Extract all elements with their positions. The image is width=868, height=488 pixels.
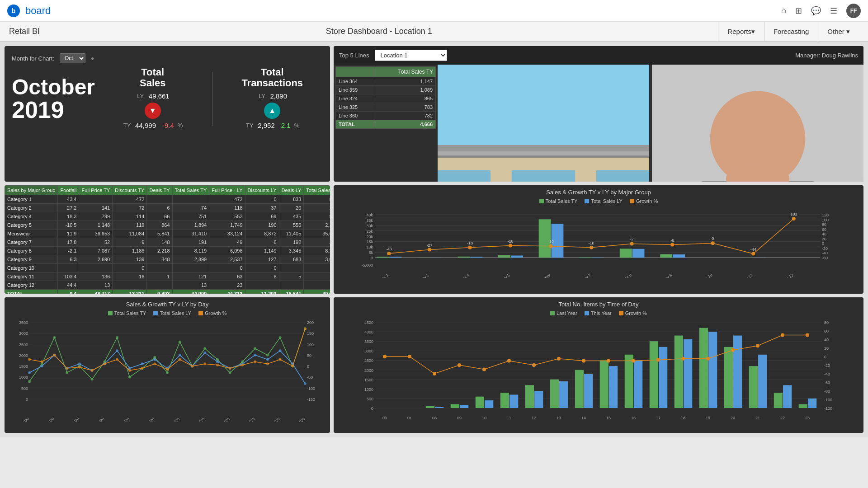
svg-text:16: 16	[631, 416, 636, 420]
reports-link[interactable]: Reports ▾	[718, 22, 764, 42]
svg-text:120: 120	[822, 213, 829, 217]
svg-point-140	[229, 371, 231, 374]
table-cell	[172, 195, 209, 204]
building-image	[438, 65, 649, 182]
table-cell: 2,537	[209, 255, 245, 264]
svg-text:15: 15	[606, 416, 611, 420]
table-cell: -2.1	[58, 247, 79, 255]
col-header: Footfall	[58, 186, 79, 195]
location-select[interactable]: Location 1	[375, 50, 447, 61]
location-header: Top 5 Lines Location 1 Manager: Doug Raw…	[334, 46, 863, 65]
avatar-initials: FF	[850, 8, 857, 14]
svg-text:5k: 5k	[368, 250, 373, 255]
svg-point-190	[279, 358, 282, 361]
svg-text:-80: -80	[824, 389, 830, 394]
up-arrow-icon: ▲	[269, 107, 276, 115]
svg-text:100: 100	[822, 218, 829, 222]
svg-rect-257	[509, 394, 518, 408]
table-cell	[172, 264, 209, 272]
trans-ly-label: LY	[257, 93, 266, 99]
svg-rect-293	[733, 336, 742, 408]
table-cell: 114	[113, 212, 147, 221]
trans-ly-row: LY 2,890	[222, 92, 323, 100]
total-transactions-title: TotalTransactions	[222, 67, 323, 89]
svg-rect-301	[783, 385, 792, 408]
home-icon[interactable]: ⌂	[781, 6, 786, 15]
kpi-divider	[212, 72, 213, 126]
svg-rect-277	[634, 360, 642, 408]
table-cell: 556	[279, 221, 304, 230]
col-header-name	[336, 67, 374, 77]
svg-point-131	[116, 336, 118, 339]
sales-ty-label: TY	[123, 122, 132, 129]
svg-text:50: 50	[307, 353, 311, 358]
svg-rect-76	[632, 249, 645, 258]
svg-text:00: 00	[382, 416, 387, 420]
table-cell: 11,293	[245, 290, 279, 294]
svg-point-172	[53, 354, 56, 357]
other-link[interactable]: Other ▾	[818, 22, 859, 42]
svg-text:Category 8: Category 8	[613, 272, 632, 278]
table-cell: 23	[304, 281, 330, 290]
svg-text:1000: 1000	[19, 375, 28, 380]
svg-point-138	[203, 347, 206, 350]
svg-point-167	[279, 349, 282, 352]
table-row: Category 143.4472-4720833833	[5, 195, 330, 204]
top5-table: Total Sales TY Line 3641,147Line 3591,08…	[335, 66, 436, 129]
table-cell: 36,653	[79, 230, 113, 238]
table-cell: 7,087	[79, 247, 113, 255]
table-cell: Category 9	[5, 255, 58, 264]
svg-text:Category 9: Category 9	[654, 272, 673, 278]
legend-ty-dot	[539, 199, 544, 203]
svg-text:Menswear: Menswear	[533, 272, 552, 278]
table-cell	[113, 281, 147, 290]
table-row: TOTAL9.448,71713,2119,49344,99944,31311,…	[5, 290, 330, 294]
svg-text:10/16/2020: 10/16/2020	[139, 417, 156, 422]
table-cell: 2,899	[172, 255, 209, 264]
table-cell	[79, 195, 113, 204]
svg-rect-6	[512, 170, 575, 182]
svg-point-180	[153, 362, 156, 365]
chat-icon[interactable]: 💬	[811, 6, 821, 16]
manager-info: Manager: Doug Rawlins	[795, 52, 858, 59]
svg-text:0: 0	[822, 241, 824, 246]
table-cell: 11,405	[279, 230, 304, 238]
svg-text:10/12/2020: 10/12/2020	[89, 417, 105, 422]
month-select[interactable]: Oct.	[60, 53, 85, 63]
layout-icon[interactable]: ⊞	[795, 6, 802, 16]
svg-point-187	[241, 364, 244, 366]
forecasting-link[interactable]: Forecasting	[764, 22, 818, 42]
svg-rect-296	[749, 366, 758, 408]
svg-text:-5,000: -5,000	[361, 263, 373, 267]
user-avatar[interactable]: FF	[846, 4, 861, 18]
svg-text:0: 0	[712, 236, 714, 241]
svg-rect-272	[600, 360, 609, 408]
table-cell: 1,894	[172, 221, 209, 230]
trans-ty-value: 2,952	[258, 122, 275, 129]
svg-point-144	[279, 336, 282, 339]
col-header: Deals LY	[279, 186, 304, 195]
svg-text:15k: 15k	[366, 239, 373, 244]
legend-growth-day: Growth %	[198, 310, 226, 316]
menu-icon[interactable]: ☰	[830, 6, 837, 16]
sales-growth-major-group-chart: Sales & Growth TY v LY by Major Group To…	[334, 185, 863, 294]
table-cell: Category 5	[5, 221, 58, 230]
svg-point-175	[91, 369, 94, 372]
legend-ty-day: Total Sales TY	[108, 310, 146, 316]
top5-total-row: TOTAL4,666	[336, 120, 436, 129]
svg-text:0: 0	[307, 364, 309, 369]
legend-ly-day-dot	[153, 311, 158, 315]
trans-change-value: 2.1	[281, 122, 291, 129]
svg-rect-276	[625, 355, 633, 408]
kpi-header: Month for Chart: Oct. ●	[12, 53, 323, 63]
table-cell: 348	[147, 255, 172, 264]
trans-ty-row: TY 2,952 2.1 %	[222, 122, 323, 129]
svg-text:-12: -12	[548, 239, 554, 244]
board-logo-icon[interactable]: b	[7, 5, 20, 17]
table-cell	[279, 264, 304, 272]
svg-rect-7	[596, 170, 649, 182]
total-transactions-metric: TotalTransactions LY 2,890 ▲ TY 2,952 2.…	[222, 67, 323, 131]
table-cell: 118	[209, 204, 245, 212]
chart-title-by-day: Sales & Growth TY v LY by Day	[8, 301, 326, 308]
svg-text:0: 0	[26, 397, 28, 402]
